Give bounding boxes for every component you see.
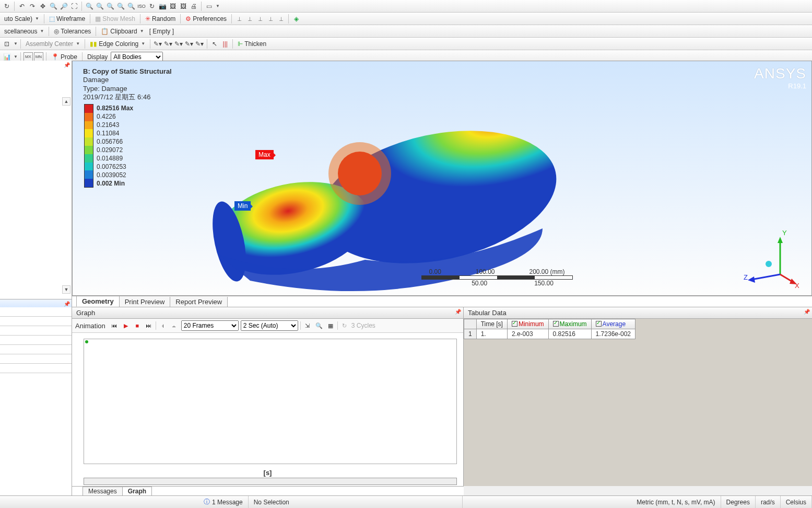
undo-icon[interactable]: ↶ [17, 2, 27, 11]
edgecolor-icon: ▮▮ [90, 40, 97, 48]
iso-icon[interactable]: ISO [137, 2, 146, 11]
redo-icon[interactable]: ↷ [28, 2, 37, 11]
edgecoloring-dropdown[interactable]: ▮▮Edge Coloring▼ [88, 40, 147, 48]
cursor-icon[interactable]: ↖ [210, 39, 219, 49]
pin-icon[interactable]: 📌 [64, 62, 70, 64]
pen4-icon[interactable]: ✎▾ [195, 39, 204, 49]
size2-icon[interactable]: ⟂ [245, 14, 254, 24]
result-icon[interactable]: 📊 [2, 52, 11, 62]
toolbar-edge: ⊡▼ Assembly Center▼ ▮▮Edge Coloring▼ ✎▾ … [0, 38, 812, 50]
probe-button[interactable]: 📍Probe [49, 53, 79, 61]
zoom-out-icon[interactable]: 🔎 [59, 2, 68, 11]
autoscale-dropdown[interactable]: uto Scale)▼ [2, 15, 41, 22]
probe-icon: 📍 [51, 53, 59, 61]
graphics-viewport[interactable]: B: Copy of Static Structural Damage Type… [72, 61, 812, 64]
zoom-reset-icon[interactable]: 🔍 [116, 2, 125, 11]
zoom-dim-icon[interactable]: 🔍 [126, 2, 136, 11]
size5-icon[interactable]: ⟂ [276, 14, 286, 24]
pan-icon[interactable]: ✥ [38, 2, 48, 11]
bars-icon[interactable]: ||| [220, 39, 230, 49]
edge1-icon[interactable]: ⊡ [2, 39, 11, 49]
pen2-icon[interactable]: ✎▾ [174, 39, 183, 49]
toolbar-view: ↻ ↶ ↷ ✥ 🔍 🔎 ⛶ 🔍 🔍 🔍 🔍 🔍 ISO ↻ 📷 🖼 🖼 🖨 ▭▼ [0, 0, 812, 13]
thicken-icon: ⊩ [238, 40, 243, 48]
cube-icon[interactable]: ◈ [291, 14, 301, 24]
pen0-icon[interactable]: ✎▾ [153, 39, 162, 49]
zoom-fit-icon[interactable]: ⛶ [69, 2, 79, 11]
size4-icon[interactable]: ⟂ [266, 14, 275, 24]
pen1-icon[interactable]: ✎▾ [163, 39, 173, 49]
prefs-icon: ⚙ [185, 15, 191, 22]
clipboard-icon: 📋 [101, 28, 109, 35]
size1-icon[interactable]: ⟂ [234, 14, 244, 24]
display-label: Display [85, 53, 110, 61]
image2-icon[interactable]: 🖼 [179, 2, 188, 11]
tag2-icon[interactable]: MN [34, 52, 43, 62]
zoom-window-icon[interactable]: 🔍 [85, 2, 94, 11]
tag1-icon[interactable]: MX [23, 52, 33, 62]
print-icon[interactable]: 🖨 [189, 2, 198, 11]
random-button[interactable]: ✳Random [143, 15, 178, 22]
outline-panel: 📌 ▲ ▼ 📌 [0, 61, 72, 64]
mesh-icon: ▦ [95, 15, 101, 22]
wireframe-icon: ⬚ [49, 15, 55, 22]
image-icon[interactable]: 🖼 [168, 2, 178, 11]
tol-icon: ◎ [54, 28, 59, 35]
tolerances-button[interactable]: ◎Tolerances [52, 28, 93, 35]
zoom-in-icon[interactable]: 🔍 [49, 2, 58, 11]
showmesh-button[interactable]: ▦Show Mesh [93, 15, 137, 22]
clipboard-empty: [ Empty ] [147, 28, 176, 35]
pen3-icon[interactable]: ✎▾ [184, 39, 194, 49]
random-icon: ✳ [145, 15, 150, 22]
toolbar-misc: scellaneous▼ ◎Tolerances 📋Clipboard▼ [ E… [0, 25, 812, 38]
misc-dropdown[interactable]: scellaneous▼ [2, 28, 46, 35]
sync-icon[interactable]: ↻ [2, 2, 11, 11]
wireframe-button[interactable]: ⬚Wireframe [47, 15, 87, 22]
toolbar-display: uto Scale)▼ ⬚Wireframe ▦Show Mesh ✳Rando… [0, 13, 812, 25]
zoom-prev-icon[interactable]: 🔍 [95, 2, 104, 11]
clipboard-dropdown[interactable]: 📋Clipboard▼ [99, 28, 146, 35]
zoom-sel-icon[interactable]: 🔍 [105, 2, 115, 11]
rotate-icon[interactable]: ↻ [147, 2, 157, 11]
preferences-button[interactable]: ⚙Preferences [183, 15, 229, 22]
camera-icon[interactable]: 📷 [158, 2, 167, 11]
thicken-button[interactable]: ⊩Thicken [236, 40, 268, 48]
assembly-dropdown[interactable]: Assembly Center▼ [23, 40, 82, 48]
size3-icon[interactable]: ⟂ [255, 14, 265, 24]
window-icon[interactable]: ▭ [204, 2, 214, 11]
